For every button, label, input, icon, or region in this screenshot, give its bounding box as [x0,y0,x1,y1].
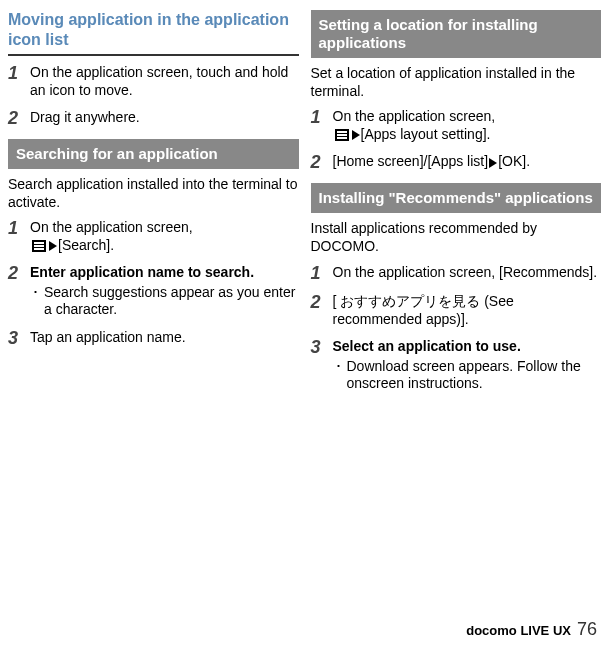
step-number: 3 [8,329,30,349]
bullet-text: Download screen appears. Follow the onsc… [347,358,602,393]
step-text: [ おすすめアプリを見る (See recommended apps)]. [333,293,602,328]
step-text: On the application screen, touch and hol… [30,64,299,99]
step-bold: Select an application to use. [333,338,602,356]
step-post: [Apps layout setting]. [361,126,491,142]
step-pre: [Home screen]/[Apps list] [333,153,489,169]
step-text: Tap an application name. [30,329,299,347]
bullet-dot: ･ [32,284,44,319]
step: 1 On the application screen, [Search]. [8,219,299,254]
step: 2 [Home screen]/[Apps list][OK]. [311,153,602,173]
triangle-icon [489,158,497,168]
intro-text: Set a location of application installed … [311,64,602,100]
right-column: Setting a location for installing applic… [311,10,602,403]
bullet-text: Search suggestions appear as you enter a… [44,284,299,319]
triangle-icon [49,241,57,251]
step-pre: On the application screen, [333,108,496,124]
step: 3 Tap an application name. [8,329,299,349]
step-pre: On the application screen, [30,219,193,235]
step-post: [Search]. [58,237,114,253]
step-text: On the application screen, [Search]. [30,219,299,254]
footer-label: docomo LIVE UX [466,623,571,638]
step-number: 2 [311,293,333,313]
step-bullet: ･ Search suggestions appear as you enter… [30,284,299,319]
step-number: 1 [311,108,333,128]
step: 1 On the application screen, touch and h… [8,64,299,99]
step-number: 1 [8,219,30,239]
intro-text: Search application installed into the te… [8,175,299,211]
step-text: Drag it anywhere. [30,109,299,127]
bullet-dot: ･ [335,358,347,393]
menu-icon [335,129,349,141]
step-number: 1 [8,64,30,84]
step: 1 On the application screen, [Apps layou… [311,108,602,143]
step-bold: Enter application name to search. [30,264,299,282]
step: 2 [ おすすめアプリを見る (See recommended apps)]. [311,293,602,328]
step-text: [Home screen]/[Apps list][OK]. [333,153,602,171]
section-bar-searching: Searching for an application [8,139,299,169]
step-text: On the application screen, [Recommends]. [333,264,602,282]
intro-text: Install applications recommended by DOCO… [311,219,602,255]
page-footer: docomo LIVE UX 76 [466,619,597,640]
step: 3 Select an application to use. ･ Downlo… [311,338,602,393]
step-number: 2 [8,264,30,284]
section-title-moving: Moving application in the application ic… [8,10,299,56]
section-bar-location: Setting a location for installing applic… [311,10,602,58]
menu-icon [32,240,46,252]
step-number: 2 [8,109,30,129]
step-text: On the application screen, [Apps layout … [333,108,602,143]
left-column: Moving application in the application ic… [8,10,299,403]
step-number: 1 [311,264,333,284]
step-bullet: ･ Download screen appears. Follow the on… [333,358,602,393]
step-number: 2 [311,153,333,173]
step-post: [OK]. [498,153,530,169]
triangle-icon [352,130,360,140]
step: 2 Enter application name to search. ･ Se… [8,264,299,319]
step-text: Enter application name to search. ･ Sear… [30,264,299,319]
step-number: 3 [311,338,333,358]
step: 2 Drag it anywhere. [8,109,299,129]
step: 1 On the application screen, [Recommends… [311,264,602,284]
step-text: Select an application to use. ･ Download… [333,338,602,393]
section-bar-recommends: Installing "Recommends" applications [311,183,602,213]
page-number: 76 [577,619,597,640]
